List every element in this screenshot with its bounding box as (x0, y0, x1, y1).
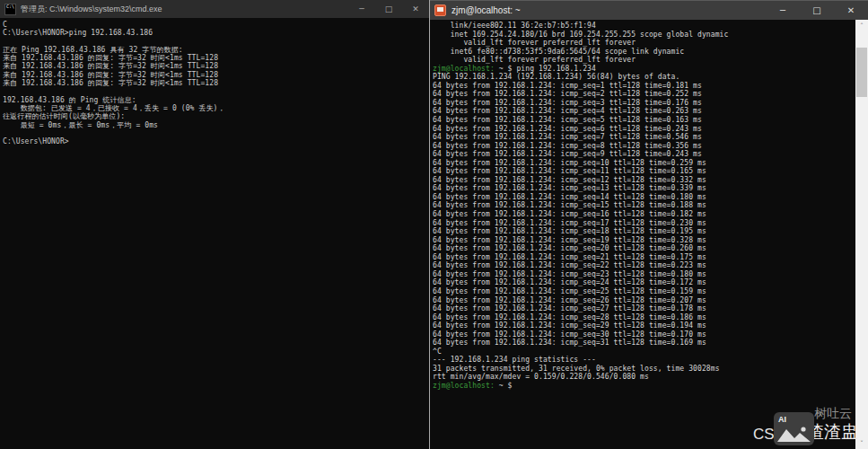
terminal-line: C:\Users\HONOR>ping 192.168.43.186 (3, 29, 426, 37)
terminal-line: 64 bytes from 192.168.1.234: icmp_seq=23… (433, 270, 853, 279)
terminal-line: 64 bytes from 192.168.1.234: icmp_seq=5 … (433, 116, 853, 125)
terminal-line: 64 bytes from 192.168.1.234: icmp_seq=13… (433, 184, 853, 193)
terminal-line: 64 bytes from 192.168.1.234: icmp_seq=2 … (433, 90, 853, 99)
terminal-line: 192.168.43.186 的 Ping 统计信息: (3, 96, 426, 104)
terminal-line: 64 bytes from 192.168.1.234: icmp_seq=31… (433, 339, 853, 348)
terminal-line: 64 bytes from 192.168.1.234: icmp_seq=10… (433, 159, 853, 168)
terminal-line: 64 bytes from 192.168.1.234: icmp_seq=26… (433, 296, 853, 305)
terminal-line: 64 bytes from 192.168.1.234: icmp_seq=29… (433, 321, 853, 330)
terminal-line: C (3, 21, 426, 29)
ssh-window: zjm@localhost: ~ ─ □ ✕ link/ieee802.11 3… (429, 0, 868, 449)
terminal-line: PING 192.168.1.234 (192.168.1.234) 56(84… (433, 73, 853, 82)
terminal-line: 64 bytes from 192.168.1.234: icmp_seq=22… (433, 261, 853, 270)
terminal-line: 64 bytes from 192.168.1.234: icmp_seq=6 … (433, 125, 853, 134)
terminal-line: 64 bytes from 192.168.1.234: icmp_seq=11… (433, 167, 853, 176)
cmd-window-title: 管理员: C:\Windows\system32\cmd.exe (21, 4, 162, 15)
terminal-line: 31 packets transmitted, 31 received, 0% … (433, 365, 853, 374)
terminal-line: 来自 192.168.43.186 的回复: 字节=32 时间<1ms TTL=… (3, 79, 426, 87)
maximize-button[interactable]: □ (800, 1, 834, 20)
close-button[interactable]: ✕ (402, 0, 429, 18)
terminal-line: inet6 fe80::d738:53f5:9da6:5645/64 scope… (433, 48, 853, 57)
cmd-icon (4, 4, 16, 15)
close-button[interactable]: ✕ (834, 1, 868, 20)
terminal-line: 64 bytes from 192.168.1.234: icmp_seq=28… (433, 313, 853, 322)
terminal-line: 64 bytes from 192.168.1.234: icmp_seq=12… (433, 176, 853, 185)
terminal-line: 64 bytes from 192.168.1.234: icmp_seq=30… (433, 330, 853, 339)
terminal-line: 64 bytes from 192.168.1.234: icmp_seq=20… (433, 244, 853, 253)
terminal-line: 数据包: 已发送 = 4，已接收 = 4，丢失 = 0 (0% 丢失)， (3, 104, 426, 112)
cmd-output[interactable]: CC:\Users\HONOR>ping 192.168.43.186 正在 P… (0, 18, 429, 148)
ssh-titlebar[interactable]: zjm@localhost: ~ ─ □ ✕ (430, 0, 868, 20)
ssh-output[interactable]: link/ieee802.11 36:2e:b7:b5:f1:94 inet 1… (430, 20, 855, 449)
terminal-line: 64 bytes from 192.168.1.234: icmp_seq=17… (433, 219, 853, 228)
terminal-line: 来自 192.168.43.186 的回复: 字节=32 时间<1ms TTL=… (3, 54, 426, 62)
terminal-line: 64 bytes from 192.168.1.234: icmp_seq=19… (433, 236, 853, 245)
scrollbar[interactable]: ˄ ˅ (855, 20, 868, 449)
terminal-line: 64 bytes from 192.168.1.234: icmp_seq=15… (433, 201, 853, 210)
terminal-line: 来自 192.168.43.186 的回复: 字节=32 时间<1ms TTL=… (3, 62, 426, 70)
terminal-line: rtt min/avg/max/mdev = 0.159/0.228/0.546… (433, 373, 853, 382)
terminal-line: 正在 Ping 192.168.43.186 具有 32 字节的数据: (3, 46, 426, 54)
minimize-button[interactable]: ─ (348, 0, 375, 18)
watermark: CSL AI 树吐云 渣渣盅 (753, 406, 868, 445)
ai-image-badge: AI (774, 412, 814, 445)
terminal-line: C:\Users\HONOR> (3, 137, 426, 145)
terminal-line: link/ieee802.11 36:2e:b7:b5:f1:94 (433, 22, 853, 31)
terminal-line: --- 192.168.1.234 ping statistics --- (433, 356, 853, 365)
watermark-usernames: 树吐云 渣渣盅 (807, 406, 868, 445)
terminal-line: 64 bytes from 192.168.1.234: icmp_seq=21… (433, 253, 853, 262)
terminal-line: 64 bytes from 192.168.1.234: icmp_seq=3 … (433, 99, 853, 108)
terminal-line: 64 bytes from 192.168.1.234: icmp_seq=9 … (433, 150, 853, 159)
terminal-line: 64 bytes from 192.168.1.234: icmp_seq=14… (433, 193, 853, 202)
maximize-button[interactable]: □ (375, 0, 402, 18)
scroll-up-icon[interactable]: ˄ (855, 20, 868, 31)
terminal-app-icon (434, 4, 446, 16)
terminal-line: 最短 = 0ms，最长 = 0ms，平均 = 0ms (3, 121, 426, 129)
terminal-line: 64 bytes from 192.168.1.234: icmp_seq=24… (433, 278, 853, 287)
terminal-line (3, 129, 426, 137)
terminal-line: zjm@localhost: ~ $ (433, 382, 853, 391)
terminal-line: inet 169.254.24.180/16 brd 169.254.255.2… (433, 31, 853, 40)
terminal-line (3, 38, 426, 46)
scrollbar-thumb[interactable] (856, 48, 867, 97)
terminal-line: 往返行程的估计时间(以毫秒为单位): (3, 112, 426, 120)
terminal-line: 64 bytes from 192.168.1.234: icmp_seq=1 … (433, 82, 853, 91)
mountain-icon (777, 426, 811, 442)
terminal-line: 64 bytes from 192.168.1.234: icmp_seq=25… (433, 287, 853, 296)
terminal-line: 64 bytes from 192.168.1.234: icmp_seq=27… (433, 304, 853, 313)
cmd-titlebar[interactable]: 管理员: C:\Windows\system32\cmd.exe ─ □ ✕ (0, 0, 429, 18)
terminal-line: 64 bytes from 192.168.1.234: icmp_seq=4 … (433, 107, 853, 116)
terminal-line: 64 bytes from 192.168.1.234: icmp_seq=7 … (433, 133, 853, 142)
terminal-line: ^C (433, 348, 853, 357)
terminal-line: 64 bytes from 192.168.1.234: icmp_seq=16… (433, 210, 853, 219)
cmd-window: 管理员: C:\Windows\system32\cmd.exe ─ □ ✕ C… (0, 0, 429, 449)
cmd-window-controls: ─ □ ✕ (348, 0, 429, 18)
ssh-window-controls: ─ □ ✕ (766, 1, 868, 20)
ssh-window-title: zjm@localhost: ~ (452, 5, 521, 15)
terminal-line (3, 87, 426, 95)
terminal-line: zjm@localhost: ~ $ ping 192.168.1.234 (433, 65, 853, 74)
watermark-white-name: 渣渣盅 (807, 420, 858, 444)
terminal-line: 64 bytes from 192.168.1.234: icmp_seq=8 … (433, 142, 853, 151)
ai-badge-label: AI (778, 415, 786, 424)
terminal-line: 64 bytes from 192.168.1.234: icmp_seq=18… (433, 227, 853, 236)
terminal-line: 来自 192.168.43.186 的回复: 字节=32 时间<1ms TTL=… (3, 71, 426, 79)
terminal-line: valid_lft forever preferred_lft forever (433, 56, 853, 65)
minimize-button[interactable]: ─ (766, 1, 800, 20)
terminal-line: valid_lft forever preferred_lft forever (433, 39, 853, 48)
